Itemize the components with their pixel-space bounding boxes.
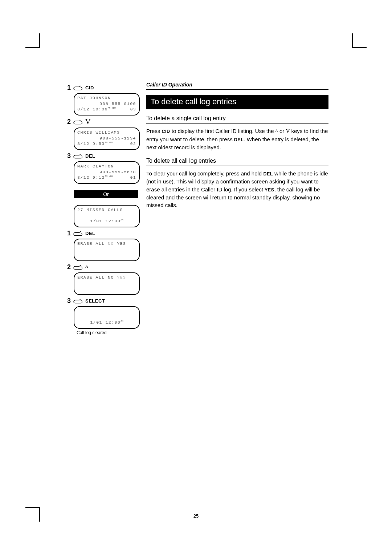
page-title: To delete call log entries xyxy=(146,95,328,109)
lcd-screen: ERASE ALL NO YES xyxy=(74,239,140,261)
lcd-screen: CHRIS WILLIAMS 908-555-1234 8/12 9:53AM … xyxy=(74,127,140,150)
step-3: 3 SELECT xyxy=(67,297,136,305)
or-divider: Or xyxy=(74,190,138,198)
subsection-title: To delete all call log entries xyxy=(146,158,328,166)
lcd-screen: 1/01 12:00AM xyxy=(74,306,140,329)
step-illustrations: 1 CID PAT JOHNSON 908-555-0100 8/12 10:0… xyxy=(67,82,136,335)
page-number: 25 xyxy=(0,513,392,519)
lcd-caption: Call log cleared xyxy=(77,330,136,335)
lcd-screen: PAT JOHNSON 908-555-0100 8/12 10:06AM NE… xyxy=(74,93,140,116)
lcd-screen: ERASE ALL NO YES xyxy=(74,272,140,295)
step-1: 1 CID xyxy=(67,84,136,92)
lcd-screen: MARK CLAYTON 908-555-5678 8/12 9:12AM NE… xyxy=(74,161,140,184)
subsection-title: To delete a single call log entry xyxy=(146,115,328,123)
body-paragraph: Press CID to display the first Caller ID… xyxy=(146,127,328,151)
lcd-screen: 27 MISSED CALLS 1/01 12:00AM xyxy=(74,205,140,227)
step-2: 2 ^ xyxy=(67,263,136,271)
press-icon xyxy=(73,153,83,159)
step-1: 1 DEL xyxy=(67,230,136,237)
body-paragraph: To clear your call log completely, press… xyxy=(146,170,328,209)
section-header: Caller ID Operation xyxy=(146,82,328,90)
press-icon xyxy=(73,230,83,237)
step-3: 3 DEL xyxy=(67,152,136,160)
press-icon xyxy=(73,85,83,91)
instruction-text: Caller ID Operation To delete call log e… xyxy=(146,82,328,335)
press-icon xyxy=(73,119,83,125)
step-2: 2 V xyxy=(67,118,136,126)
press-icon xyxy=(73,264,83,271)
page-content: 1 CID PAT JOHNSON 908-555-0100 8/12 10:0… xyxy=(67,82,328,335)
press-icon xyxy=(73,298,83,304)
